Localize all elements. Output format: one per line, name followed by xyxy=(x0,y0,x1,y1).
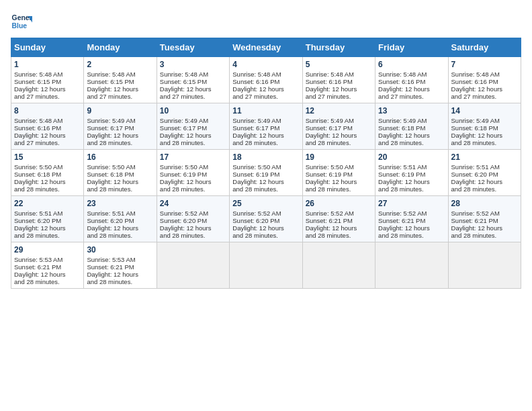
day-cell: 5Sunrise: 5:48 AMSunset: 6:16 PMDaylight… xyxy=(302,57,375,103)
sunset-label: Sunset: 6:18 PM xyxy=(14,171,61,178)
day-cell xyxy=(230,242,302,289)
day-cell: 2Sunrise: 5:48 AMSunset: 6:15 PMDaylight… xyxy=(84,57,157,103)
sunset-label: Sunset: 6:19 PM xyxy=(232,171,279,178)
daylight-label: Daylight: 12 hours xyxy=(232,85,284,93)
day-number: 30 xyxy=(87,245,153,255)
header-saturday: Saturday xyxy=(448,38,521,57)
day-number: 15 xyxy=(14,152,81,162)
day-cell: 14Sunrise: 5:49 AMSunset: 6:18 PMDayligh… xyxy=(448,103,521,150)
daylight-minutes: and 28 minutes. xyxy=(378,232,424,239)
day-cell xyxy=(375,242,448,289)
daylight-minutes: and 28 minutes. xyxy=(87,185,132,193)
sunset-label: Sunset: 6:17 PM xyxy=(87,124,134,132)
day-cell: 13Sunrise: 5:49 AMSunset: 6:18 PMDayligh… xyxy=(375,103,448,150)
day-cell: 3Sunrise: 5:48 AMSunset: 6:15 PMDaylight… xyxy=(157,57,229,103)
day-number: 24 xyxy=(160,199,226,208)
sunrise-label: Sunrise: 5:51 AM xyxy=(378,163,427,171)
day-cell: 4Sunrise: 5:48 AMSunset: 6:16 PMDaylight… xyxy=(230,57,302,103)
daylight-label: Daylight: 12 hours xyxy=(87,132,138,139)
day-number: 7 xyxy=(451,60,518,69)
daylight-label: Daylight: 12 hours xyxy=(232,132,284,139)
day-cell: 7Sunrise: 5:48 AMSunset: 6:16 PMDaylight… xyxy=(448,57,521,103)
header-thursday: Thursday xyxy=(302,38,375,57)
daylight-label: Daylight: 12 hours xyxy=(160,178,212,185)
day-cell: 20Sunrise: 5:51 AMSunset: 6:19 PMDayligh… xyxy=(375,150,448,196)
day-number: 18 xyxy=(232,152,299,162)
day-number: 23 xyxy=(87,199,153,208)
daylight-label: Daylight: 12 hours xyxy=(14,271,66,278)
daylight-minutes: and 27 minutes. xyxy=(14,93,60,100)
daylight-label: Daylight: 12 hours xyxy=(451,224,503,232)
daylight-minutes: and 28 minutes. xyxy=(160,185,206,193)
daylight-label: Daylight: 12 hours xyxy=(378,85,430,93)
daylight-minutes: and 28 minutes. xyxy=(160,232,206,239)
daylight-label: Daylight: 12 hours xyxy=(378,224,430,232)
sunrise-label: Sunrise: 5:48 AM xyxy=(87,71,135,78)
sunrise-label: Sunrise: 5:48 AM xyxy=(232,71,281,78)
logo-icon: General Blue xyxy=(11,11,32,32)
day-number: 27 xyxy=(378,199,445,208)
sunrise-label: Sunrise: 5:48 AM xyxy=(451,71,500,78)
header-sunday: Sunday xyxy=(11,38,84,57)
sunrise-label: Sunrise: 5:50 AM xyxy=(14,163,62,171)
sunrise-label: Sunrise: 5:52 AM xyxy=(306,210,354,217)
daylight-minutes: and 27 minutes. xyxy=(160,93,206,100)
sunrise-label: Sunrise: 5:48 AM xyxy=(306,71,354,78)
daylight-minutes: and 28 minutes. xyxy=(451,139,497,146)
sunrise-label: Sunrise: 5:49 AM xyxy=(306,117,354,124)
svg-text:General: General xyxy=(12,14,32,21)
sunrise-label: Sunrise: 5:52 AM xyxy=(232,210,281,217)
daylight-label: Daylight: 12 hours xyxy=(451,85,503,93)
daylight-minutes: and 28 minutes. xyxy=(451,232,497,239)
daylight-minutes: and 27 minutes. xyxy=(87,93,132,100)
day-number: 22 xyxy=(14,199,81,208)
sunrise-label: Sunrise: 5:48 AM xyxy=(378,71,427,78)
daylight-label: Daylight: 12 hours xyxy=(306,178,357,185)
day-cell: 28Sunrise: 5:52 AMSunset: 6:21 PMDayligh… xyxy=(448,196,521,242)
day-number: 3 xyxy=(160,60,226,69)
sunset-label: Sunset: 6:20 PM xyxy=(160,217,207,224)
daylight-minutes: and 28 minutes. xyxy=(14,278,60,285)
calendar-table: SundayMondayTuesdayWednesdayThursdayFrid… xyxy=(11,38,521,289)
day-cell: 25Sunrise: 5:52 AMSunset: 6:20 PMDayligh… xyxy=(230,196,302,242)
sunrise-label: Sunrise: 5:49 AM xyxy=(160,117,208,124)
day-number: 26 xyxy=(306,199,372,208)
sunrise-label: Sunrise: 5:53 AM xyxy=(14,256,62,263)
day-cell: 30Sunrise: 5:53 AMSunset: 6:21 PMDayligh… xyxy=(84,242,157,289)
day-number: 4 xyxy=(232,60,299,69)
calendar-body: 1Sunrise: 5:48 AMSunset: 6:15 PMDaylight… xyxy=(11,57,521,289)
day-number: 5 xyxy=(306,60,372,69)
sunset-label: Sunset: 6:16 PM xyxy=(306,78,353,85)
day-number: 21 xyxy=(451,152,518,162)
daylight-minutes: and 27 minutes. xyxy=(378,93,424,100)
day-number: 6 xyxy=(378,60,445,69)
daylight-label: Daylight: 12 hours xyxy=(378,132,430,139)
sunrise-label: Sunrise: 5:50 AM xyxy=(87,163,135,171)
daylight-label: Daylight: 12 hours xyxy=(87,271,138,278)
day-number: 17 xyxy=(160,152,226,162)
daylight-label: Daylight: 12 hours xyxy=(14,178,66,185)
day-cell: 8Sunrise: 5:48 AMSunset: 6:16 PMDaylight… xyxy=(11,103,84,150)
sunset-label: Sunset: 6:18 PM xyxy=(87,171,134,178)
sunrise-label: Sunrise: 5:52 AM xyxy=(451,210,500,217)
sunset-label: Sunset: 6:20 PM xyxy=(87,217,134,224)
daylight-label: Daylight: 12 hours xyxy=(306,132,357,139)
header-tuesday: Tuesday xyxy=(157,38,229,57)
sunrise-label: Sunrise: 5:48 AM xyxy=(160,71,208,78)
daylight-minutes: and 28 minutes. xyxy=(306,232,351,239)
daylight-label: Daylight: 12 hours xyxy=(232,224,284,232)
header-wednesday: Wednesday xyxy=(230,38,302,57)
sunset-label: Sunset: 6:15 PM xyxy=(14,78,61,85)
sunset-label: Sunset: 6:19 PM xyxy=(306,171,353,178)
daylight-minutes: and 28 minutes. xyxy=(232,185,278,193)
day-cell: 22Sunrise: 5:51 AMSunset: 6:20 PMDayligh… xyxy=(11,196,84,242)
sunset-label: Sunset: 6:21 PM xyxy=(306,217,353,224)
sunrise-label: Sunrise: 5:49 AM xyxy=(378,117,427,124)
sunrise-label: Sunrise: 5:52 AM xyxy=(378,210,427,217)
sunset-label: Sunset: 6:18 PM xyxy=(451,124,498,132)
day-number: 14 xyxy=(451,106,518,116)
sunrise-label: Sunrise: 5:49 AM xyxy=(451,117,500,124)
sunset-label: Sunset: 6:19 PM xyxy=(378,171,425,178)
daylight-label: Daylight: 12 hours xyxy=(14,224,66,232)
daylight-label: Daylight: 12 hours xyxy=(306,85,357,93)
